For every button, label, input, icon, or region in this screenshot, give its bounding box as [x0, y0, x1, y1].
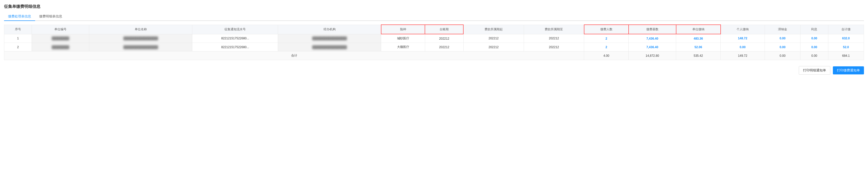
col-insType: 险种: [381, 25, 425, 34]
table-wrapper: 序号 单位编号 单位名称 征集通知流水号 经办机构 险种 台账期 费款所属期起 …: [4, 25, 864, 60]
summary-row: 合计 4.00 14,872.80 535.42 149.72 0.00 0.0…: [4, 51, 864, 60]
col-unitName: 单位名称: [89, 25, 192, 34]
col-feeStartPeriod: 费款所属期起: [463, 25, 524, 34]
col-total: 合计缴: [828, 25, 864, 34]
page-title: 征集单缴费明细信息: [4, 4, 864, 9]
cell-feeStartPeriod-2: 202212: [463, 43, 524, 51]
cell-total-1: 632.0: [828, 34, 864, 43]
bottom-bar: 打印明细通知单 打印缴费通知单: [4, 64, 864, 75]
cell-payerCount-2: 2: [584, 43, 629, 51]
cell-payBase-2: 7,436.40: [629, 43, 676, 51]
col-unitCode: 单位编号: [32, 25, 89, 34]
cell-interest-1: 0.00: [801, 34, 828, 43]
cell-lateFee-2: 0.00: [765, 43, 800, 51]
cell-agency-2: ████████████████: [278, 43, 381, 51]
tab-fee-process[interactable]: 缴费处理表信息: [4, 12, 35, 21]
cell-unitPay-1: 483.36: [676, 34, 721, 43]
summary-unitPay: 535.42: [676, 51, 721, 60]
print-fee-button[interactable]: 打印缴费通知单: [833, 66, 864, 74]
col-payBase: 缴费基数: [629, 25, 676, 34]
col-lateFee: 滞纳金: [765, 25, 800, 34]
main-table: 序号 单位编号 单位名称 征集通知流水号 经办机构 险种 台账期 费款所属期起 …: [4, 25, 864, 60]
cell-unitCode-1: ████████: [32, 34, 89, 43]
cell-seq-2: 2: [4, 43, 32, 51]
table-row: 1 ████████ ████████████████ 822121517522…: [4, 34, 864, 43]
col-agency: 经办机构: [278, 25, 381, 34]
cell-agency-1: ████████████████: [278, 34, 381, 43]
summary-lateFee: 0.00: [765, 51, 800, 60]
summary-personalPay: 149.72: [721, 51, 765, 60]
cell-interest-2: 0.00: [801, 43, 828, 51]
table-header-row: 序号 单位编号 单位名称 征集通知流水号 经办机构 险种 台账期 费款所属期起 …: [4, 25, 864, 34]
tab-fee-detail[interactable]: 缴费明细表信息: [35, 12, 66, 21]
cell-insType-1: 城职医疗: [381, 34, 425, 43]
cell-personalPay-2: 0.00: [721, 43, 765, 51]
cell-payBase-1: 7,436.40: [629, 34, 676, 43]
cell-feeStartPeriod-1: 202212: [463, 34, 524, 43]
cell-unitCode-2: ████████: [32, 43, 89, 51]
cell-billPeriod-1: 202212: [425, 34, 463, 43]
col-payerCount: 缴费人数: [584, 25, 629, 34]
col-billPeriod: 台账期: [425, 25, 463, 34]
cell-payerCount-1: 2: [584, 34, 629, 43]
col-feeEndPeriod: 费款所属期至: [524, 25, 584, 34]
cell-noticeNo-1: 822121517522680...: [192, 34, 278, 43]
tabs-bar: 缴费处理表信息 缴费明细表信息: [4, 12, 864, 21]
col-unitPay: 单位缴纳: [676, 25, 721, 34]
cell-noticeNo-2: 822121517522680...: [192, 43, 278, 51]
cell-total-2: 52.0: [828, 43, 864, 51]
cell-seq-1: 1: [4, 34, 32, 43]
cell-feeEndPeriod-2: 202212: [524, 43, 584, 51]
summary-label: 合计: [4, 51, 584, 60]
table-row: 2 ████████ ████████████████ 822121517522…: [4, 43, 864, 51]
summary-payBase: 14,872.80: [629, 51, 676, 60]
cell-unitName-2: ████████████████: [89, 43, 192, 51]
col-interest: 利息: [801, 25, 828, 34]
print-notice-button[interactable]: 打印明细通知单: [799, 66, 830, 75]
cell-lateFee-1: 0.00: [765, 34, 800, 43]
summary-total: 684.1: [828, 51, 864, 60]
col-noticeNo: 征集通知流水号: [192, 25, 278, 34]
summary-payerCount: 4.00: [584, 51, 629, 60]
cell-unitName-1: ████████████████: [89, 34, 192, 43]
cell-personalPay-1: 148.72: [721, 34, 765, 43]
summary-interest: 0.00: [801, 51, 828, 60]
col-seq: 序号: [4, 25, 32, 34]
cell-billPeriod-2: 202212: [425, 43, 463, 51]
cell-unitPay-2: 52.06: [676, 43, 721, 51]
cell-insType-2: 大额医疗: [381, 43, 425, 51]
cell-feeEndPeriod-1: 202212: [524, 34, 584, 43]
col-personalPay: 个人缴纳: [721, 25, 765, 34]
